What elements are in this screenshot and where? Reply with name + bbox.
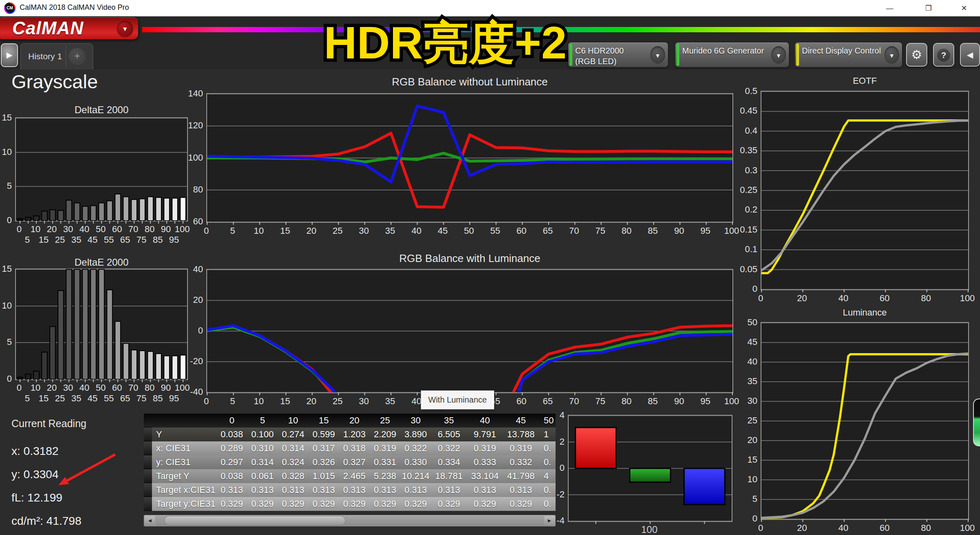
tick-label: -4 [556,515,565,526]
tick-label: 45 [87,235,97,245]
tick-label: 20 [47,383,57,393]
tick-label: 45 [438,226,447,236]
scroll-left-icon[interactable]: ◄ [145,516,155,526]
tick-label: 5 [25,235,30,245]
calman-menu-button[interactable]: CalMAN ▼ [0,16,139,40]
tick-label: 90 [674,396,684,407]
eotf-plot [761,91,969,290]
calman-app-window: CM CalMAN 2018 CalMAN Video Pro — ❐ ✕ Ca… [0,0,980,535]
row-swatch [144,414,152,428]
column-header: 0 [217,414,247,428]
tick-label: 5 [7,337,12,347]
tick-label: 5 [230,396,235,407]
tick-label: 20 [193,295,203,305]
tick-label: 0.05 [740,264,757,275]
window-title: CalMAN 2018 CalMAN Video Pro [20,3,129,12]
tick-label: 25 [333,396,342,407]
device-dropdown-2[interactable]: Direct Display Control▼ [795,42,902,67]
dropdown-label: Direct Display Control [802,45,883,56]
tick-label: 0 [560,463,565,473]
tick-label: 120 [188,120,203,131]
tab-history-1[interactable]: History 1 [28,44,62,69]
tick-label: 15 [748,454,757,465]
table-cell: 0.313 [431,483,467,497]
row-swatch [144,441,152,455]
table-cell: 0.038 [217,428,247,441]
tick-label: -40 [190,387,203,397]
tick-label: 95 [169,235,179,245]
tick-label: 0 [758,523,763,533]
tick-label: 65 [543,396,553,407]
rgb-with-plot [206,269,733,393]
tick-label: 35 [748,376,757,387]
table-cell: 0.319 [370,441,400,455]
tick-label: -20 [190,356,203,367]
tick-label: 85 [648,396,658,407]
row-label: y: CIE31 [152,455,217,469]
tick-label: 75 [136,235,146,245]
close-button[interactable]: ✕ [952,0,976,16]
tick-label: 100 [724,396,739,407]
column-header: 25 [370,414,400,428]
column-header: 5 [247,414,278,428]
table-cell: 2.465 [339,469,370,483]
red-annotation-arrow [53,449,127,494]
tick-label: 60 [112,224,122,235]
table-cell: 0.314 [247,455,278,469]
tick-label: 60 [193,216,203,227]
row-swatch [144,483,152,497]
device-dropdown-1[interactable]: Murideo 6G Generator▼ [675,42,789,67]
table-cell: 0.329 [370,497,400,511]
page-title: Grayscale [11,70,98,93]
tick-label: 15 [2,264,12,274]
tick-label: 40 [838,523,848,533]
tick-label: 100 [960,293,975,304]
column-header [152,414,217,428]
tick-label: 65 [543,226,553,236]
maximize-button[interactable]: ❐ [916,0,941,16]
scrollbar-thumb[interactable] [164,516,346,526]
column-header: 15 [308,414,339,428]
help-button[interactable]: ? [933,43,954,67]
table-cell: 0.329 [278,497,308,511]
tick-label: 40 [411,396,421,407]
table-cell: 0.313 [467,483,503,497]
collapse-panel-button[interactable]: ◀ [960,43,980,67]
tick-label: 40 [79,224,89,235]
row-swatch [144,455,152,469]
tick-label: 20 [306,226,316,236]
tick-label: 60 [516,226,526,236]
row-label: x: CIE31 [152,441,217,455]
scroll-right-icon[interactable]: ► [544,516,555,526]
tick-label: 35 [385,226,395,236]
tick-label: 30 [748,396,757,406]
minimize-button[interactable]: — [877,0,902,16]
with-luminance-tooltip: With Luminance [421,390,494,410]
tick-label: 140 [188,88,203,99]
tick-label: 100 [641,524,657,535]
tick-label: 0.15 [740,224,757,235]
tick-label: 15 [39,235,49,245]
help-icon: ? [937,49,950,62]
table-cell: 0.319 [503,441,539,455]
add-tab-button[interactable]: + [69,48,86,65]
grayscale-data-table[interactable]: 05101520253035404550Y0.0380.1000.2740.59… [144,414,556,513]
tick-label: 30 [359,226,369,236]
table-cell: 0.322 [431,441,467,455]
chevron-down-icon: ▼ [771,46,786,64]
device-dropdown-0[interactable]: C6 HDR2000 (RGB LED)▼ [568,42,668,67]
settings-button[interactable]: ⚙ [906,43,927,67]
table-cell: 0.331 [370,455,400,469]
luminance-chart: Luminance 020406080100051015202530354045… [739,307,980,535]
column-header: 35 [431,414,467,428]
table-scrollbar[interactable]: ◄ ► [144,515,556,526]
tick-label: 25 [748,415,757,426]
table-cell: 0.274 [278,428,308,441]
tick-label: 35 [385,396,395,407]
tick-label: 70 [569,226,579,236]
signal-level-meter [973,398,980,446]
table-cell: 33.104 [467,469,503,483]
column-header: 10 [278,414,308,428]
tick-label: 10 [748,474,757,485]
nav-forward-button[interactable]: ▶ [1,43,18,67]
